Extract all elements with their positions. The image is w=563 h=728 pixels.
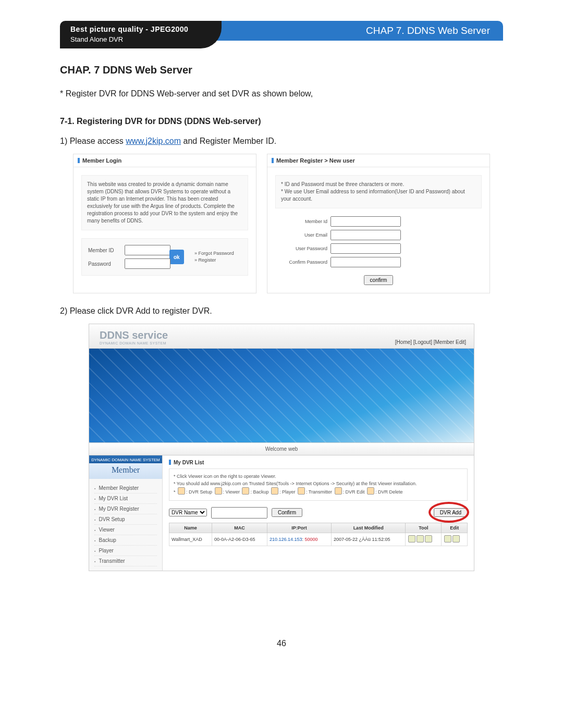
register-confirm-button[interactable]: confirm: [364, 275, 394, 285]
search-input[interactable]: [211, 507, 267, 519]
side-item[interactable]: My DVR Register: [94, 504, 157, 514]
edit-icon[interactable]: [444, 535, 451, 542]
dvr-add-button[interactable]: DVR Add: [434, 508, 468, 517]
ddns-top-links[interactable]: [Home] [Logout] [Member Edit]: [395, 339, 466, 345]
cell-ipport: 210.126.14.153: 50000: [267, 533, 331, 546]
legend-transmitter: : Transmitter: [306, 489, 332, 495]
step1-suffix: and Register Member ID.: [181, 137, 276, 145]
reg-email-input[interactable]: [331, 230, 401, 240]
step1-prefix: 1) Please access: [60, 137, 126, 145]
ok-button[interactable]: ok: [169, 250, 184, 264]
th-edit: Edit: [442, 523, 468, 533]
chapter-title: CHAP. 7 DDNS Web Server: [60, 64, 503, 76]
forgot-link[interactable]: » Forgot Password: [194, 250, 241, 257]
tool-icon[interactable]: [425, 535, 432, 542]
section-heading: 7-1. Registering DVR for DDNS (DDNS Web-…: [60, 117, 503, 126]
backup-icon: [242, 487, 249, 495]
reg-member-id-input[interactable]: [331, 216, 401, 227]
page-number: 46: [0, 639, 563, 648]
label-reg-confirm: Confirm Password: [278, 260, 327, 265]
reg-confirm-input[interactable]: [331, 257, 401, 267]
step1: 1) Please access www.j2kip.com and Regis…: [60, 134, 503, 149]
mini-links: » Forgot Password » Register: [194, 250, 241, 263]
content-notes: * Click Viewer icon on the right to oper…: [169, 468, 468, 501]
register-notes: * ID and Password must be three characte…: [275, 175, 482, 208]
setup-icon: [178, 487, 185, 495]
ddns-subtitle: DYNAMIC DOMAIN NAME SYSTEM: [100, 341, 168, 345]
legend-delete: : DVR Delete: [375, 489, 403, 495]
register-link[interactable]: » Register: [194, 257, 241, 264]
confirm-button[interactable]: Confirm: [272, 508, 302, 517]
link-j2kip[interactable]: www.j2kip.com: [126, 137, 181, 145]
welcome-bar: Welcome web: [89, 442, 474, 455]
legend-edit: : DVR Edit: [343, 489, 365, 495]
label-password: Password: [88, 261, 121, 267]
label-reg-password: User Password: [278, 246, 327, 251]
note-a: * Click Viewer icon on the right to oper…: [174, 473, 463, 480]
reg-password-input[interactable]: [331, 243, 401, 254]
edit-icon: [335, 487, 342, 495]
label-reg-email: User Email: [278, 232, 327, 238]
side-item[interactable]: Player: [94, 546, 157, 556]
cell-tool[interactable]: [406, 533, 442, 546]
transmitter-icon: [298, 487, 305, 495]
dvr-table: Name MAC IP:Port Last Modified Tool Edit…: [169, 523, 468, 546]
ddns-screenshot: DDNS service DYNAMIC DOMAIN NAME SYSTEM …: [89, 324, 474, 571]
ddns-banner: [89, 349, 474, 442]
side-header: DYNAMIC DOMAIN NAME SYSTEM: [89, 455, 162, 463]
legend-backup: : Backup: [250, 489, 268, 495]
member-id-input[interactable]: [125, 245, 170, 255]
viewer-icon: [215, 487, 222, 495]
label-reg-member-id: Member Id: [278, 219, 327, 224]
chapter-banner: CHAP 7. DDNS Web Server: [206, 21, 503, 41]
cell-port: 50000: [305, 537, 318, 542]
side-item[interactable]: Viewer: [94, 525, 157, 535]
tool-icon[interactable]: [417, 535, 424, 542]
th-ipport: IP:Port: [267, 523, 331, 533]
register-header: Member Register > New user: [267, 154, 489, 167]
ddns-title: DDNS service: [100, 329, 168, 341]
legend-player: : Player: [279, 489, 296, 495]
ddns-sidebar: DYNAMIC DOMAIN NAME SYSTEM Member Member…: [89, 455, 163, 571]
tagline-line2: Stand Alone DVR: [70, 35, 201, 43]
side-item[interactable]: DVR Setup: [94, 514, 157, 525]
cell-name: Wallmart_XAD: [169, 533, 212, 546]
tagline: Best picture quality - JPEG2000 Stand Al…: [60, 21, 222, 48]
login-desc: This website was created to provide a dy…: [81, 175, 248, 230]
dvr-name-select[interactable]: DVR Name: [169, 509, 207, 516]
login-header: Member Login: [74, 154, 256, 167]
step2: 2) Please click DVR Add to register DVR.: [60, 304, 503, 318]
tagline-line1: Best picture quality - JPEG2000: [70, 25, 201, 33]
legend: * : DVR Setup : Viewer : Backup : Player…: [174, 487, 463, 496]
th-name: Name: [169, 523, 212, 533]
tool-icon[interactable]: [408, 535, 415, 542]
label-member-id: Member ID: [88, 248, 121, 253]
delete-icon: [367, 487, 374, 495]
password-input[interactable]: [125, 258, 170, 269]
delete-icon[interactable]: [452, 535, 460, 542]
th-tool: Tool: [406, 523, 442, 533]
legend-viewer: : Viewer: [223, 489, 240, 495]
cell-mac: 00-0A-A2-06-D3-65: [212, 533, 267, 546]
th-mac: MAC: [212, 523, 267, 533]
member-register-panel: Member Register > New user * ID and Pass…: [267, 154, 490, 293]
side-item[interactable]: Transmitter: [94, 556, 157, 566]
cell-ip: 210.126.14.153: [270, 537, 302, 542]
cell-edit[interactable]: [442, 533, 468, 546]
table-row: Wallmart_XAD 00-0A-A2-06-D3-65 210.126.1…: [169, 533, 468, 546]
side-member: Member: [89, 463, 162, 479]
intro-text: * Register DVR for DDNS Web-server and s…: [60, 87, 503, 101]
cell-last: 2007-05-22 ¿ÀÀü 11:52:05: [331, 533, 405, 546]
side-item[interactable]: My DVR List: [94, 493, 157, 504]
note-b: * You should add www.j2kip.com on Truste…: [174, 480, 463, 488]
reg-note1: * ID and Password must be three characte…: [281, 181, 476, 188]
content-title: My DVR List: [169, 460, 468, 465]
side-item[interactable]: Backup: [94, 535, 157, 546]
legend-setup: : DVR Setup: [186, 489, 212, 495]
reg-note2: * We use User Email address to send info…: [281, 188, 476, 203]
member-login-panel: Member Login This website was created to…: [73, 154, 256, 293]
player-icon: [271, 487, 278, 495]
th-last: Last Modified: [331, 523, 405, 533]
side-item[interactable]: Member Register: [94, 483, 157, 493]
